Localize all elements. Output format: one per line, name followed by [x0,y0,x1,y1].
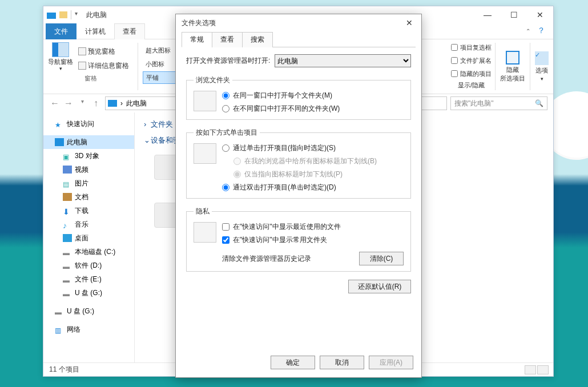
open-with-select[interactable]: 此电脑 [275,54,411,67]
dtab-general[interactable]: 常规 [182,32,212,47]
sidebar-item-c[interactable]: 本地磁盘 (C:) [43,245,134,259]
sidebar-item-3d[interactable]: 3D 对象 [43,149,134,163]
details-pane-button[interactable]: 详细信息窗格 [76,59,131,72]
view-details-icon[interactable] [525,365,536,374]
browse-thumb-icon [194,91,216,111]
radio-single-click[interactable]: 通过单击打开项目(指向时选定)(S) [222,143,377,153]
sidebar-item-desktop[interactable]: 桌面 [43,231,134,245]
nav-history-icon[interactable]: ▾ [76,98,88,108]
tab-computer[interactable]: 计算机 [76,23,114,39]
preview-pane-button[interactable]: 预览窗格 [76,45,131,58]
hide-selected-button[interactable]: 隐藏 所选项目 [496,39,530,94]
folder-icon [59,11,67,18]
search-input[interactable]: 搜索"此电脑" 🔍 [450,96,547,110]
clear-history-label: 清除文件资源管理器历史记录 [222,254,311,264]
chk-checkboxes[interactable]: 项目复选框 [451,42,492,53]
radio-new-window[interactable]: 在不同窗口中打开不同的文件夹(W) [222,104,340,114]
browse-folders-group: 浏览文件夹 在同一窗口中打开每个文件夹(M) 在不同窗口中打开不同的文件夹(W) [186,75,411,120]
nav-forward-icon[interactable]: → [63,98,74,108]
chk-recent-files[interactable]: 在"快速访问"中显示最近使用的文件 [222,222,404,232]
dialog-close-button[interactable]: ✕ [397,14,421,31]
radio-same-window[interactable]: 在同一窗口中打开每个文件夹(M) [222,91,340,100]
pc-icon [47,13,56,19]
nav-tree: ★快速访问 此电脑 3D 对象 视频 图片 文档 下载 音乐 桌面 本地磁盘 (… [43,112,135,362]
chk-extensions[interactable]: 文件扩展名 [451,55,492,66]
tab-file[interactable]: 文件 [46,23,76,39]
sidebar-item-d[interactable]: 软件 (D:) [43,259,134,272]
sidebar-item-pictures[interactable]: 图片 [43,176,134,190]
apply-button[interactable]: 应用(A) [369,356,413,369]
chk-frequent-folders[interactable]: 在"快速访问"中显示常用文件夹 [222,235,404,245]
nav-up-icon[interactable]: ↑ [90,98,102,108]
radio-underline-all: 在我的浏览器中给所有图标标题加下划线(B) [222,156,377,166]
ok-button[interactable]: 确定 [271,356,315,369]
sidebar-item-downloads[interactable]: 下载 [43,204,134,217]
view-tiles-icon[interactable] [537,365,549,374]
nav-pane-button[interactable]: 导航窗格 ▾ [48,42,73,72]
dialog-title: 文件夹选项 ✕ [176,14,421,31]
options-button[interactable]: 选项 ▾ [530,39,553,94]
click-thumb-icon [194,143,216,164]
folder-options-dialog: 文件夹选项 ✕ 常规 查看 搜索 打开文件资源管理器时打开: 此电脑 浏览文件夹… [175,14,422,378]
privacy-group: 隐私 在"快速访问"中显示最近使用的文件 在"快速访问"中显示常用文件夹 清除文… [186,207,411,272]
window-title: 此电脑 [86,10,107,20]
sidebar-item-quick[interactable]: ★快速访问 [43,117,134,131]
close-button[interactable]: ✕ [527,6,553,23]
sidebar-item-documents[interactable]: 文档 [43,190,134,204]
divider-icon [71,10,71,19]
sidebar-item-g2[interactable]: U 盘 (G:) [43,304,134,318]
nav-back-icon[interactable]: ← [49,98,61,108]
tab-view[interactable]: 查看 [114,23,145,39]
dropdown-icon[interactable]: ▾ [75,10,80,19]
search-icon: 🔍 [535,99,543,107]
maximize-button[interactable]: ☐ [501,6,527,23]
sidebar-item-thispc[interactable]: 此电脑 [43,135,134,149]
sidebar-item-e[interactable]: 文件 (E:) [43,272,134,286]
click-items-group: 按如下方式单击项目 通过单击打开项目(指向时选定)(S) 在我的浏览器中给所有图… [186,128,411,199]
clear-button[interactable]: 清除(C) [359,252,404,265]
collapse-ribbon-icon[interactable]: ⌃ [526,28,530,34]
help-icon[interactable]: ？ [537,26,545,36]
open-with-label: 打开文件资源管理器时打开: [186,56,270,66]
sidebar-item-g[interactable]: U 盘 (G:) [43,286,134,300]
sidebar-item-music[interactable]: 音乐 [43,217,134,231]
restore-defaults-button[interactable]: 还原默认值(R) [348,280,411,293]
dtab-view[interactable]: 查看 [212,32,243,47]
sidebar-item-network[interactable]: 网络 [43,322,134,336]
dtab-search[interactable]: 搜索 [242,32,273,47]
privacy-thumb-icon [194,222,216,243]
pc-icon [108,100,117,107]
radio-underline-hover: 仅当指向图标标题时加下划线(P) [222,170,377,179]
sidebar-item-videos[interactable]: 视频 [43,163,134,176]
radio-double-click[interactable]: 通过双击打开项目(单击时选定)(D) [222,183,377,192]
cancel-button[interactable]: 取消 [320,356,364,369]
chk-hidden[interactable]: 隐藏的项目 [451,68,492,79]
minimize-button[interactable]: — [474,6,501,23]
